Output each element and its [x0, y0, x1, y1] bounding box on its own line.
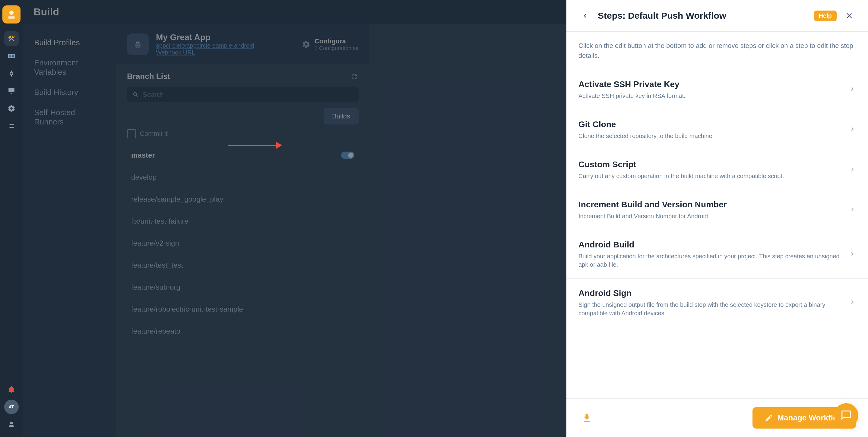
step-item-android-sign[interactable]: Android Sign Sign the unsigned output fi… [566, 279, 868, 327]
step-name: Android Build [579, 240, 843, 249]
step-chevron [849, 206, 856, 214]
step-chevron [849, 250, 856, 259]
close-icon [845, 11, 854, 20]
step-desc: Increment Build and Version Number for A… [579, 212, 843, 220]
sidebar-logo[interactable] [2, 5, 21, 24]
step-item-version-number[interactable]: Increment Build and Version Number Incre… [566, 190, 868, 230]
sidebar-item-integrations[interactable] [4, 119, 19, 133]
steps-footer: Manage Workflow [566, 398, 868, 437]
chevron-right-icon [849, 299, 856, 306]
step-name: Android Sign [579, 289, 843, 298]
step-name: Increment Build and Version Number [579, 200, 843, 209]
chevron-right-icon [849, 166, 856, 173]
main-content: Build Build Profiles Environment Variabl… [23, 0, 566, 437]
step-desc: Sign the unsigned output file from the b… [579, 300, 843, 317]
chevron-right-icon [849, 86, 856, 93]
bell-icon [7, 385, 16, 393]
chevron-right-icon [849, 206, 856, 213]
manage-workflow-label: Manage Workflow [777, 413, 844, 423]
step-chevron [849, 126, 856, 134]
arrow-line [228, 145, 276, 146]
step-desc: Clone the selected repository to the bui… [579, 132, 843, 140]
chat-fab-button[interactable] [834, 403, 858, 427]
user-avatar[interactable]: AT [4, 400, 19, 414]
step-chevron [849, 299, 856, 307]
step-info: Android Sign Sign the unsigned output fi… [579, 289, 843, 317]
step-desc: Build your application for the architect… [579, 252, 843, 269]
export-button[interactable] [579, 410, 595, 427]
steps-back-button[interactable] [579, 9, 592, 22]
chat-icon [841, 410, 852, 421]
steps-description: Click on the edit button at the bottom t… [566, 32, 868, 70]
edit-icon [765, 414, 773, 422]
account-icon [7, 421, 16, 428]
step-name: Custom Script [579, 160, 843, 169]
svg-point-1 [8, 16, 15, 19]
steps-panel: Steps: Default Push Workflow Help Click … [566, 0, 868, 437]
step-desc: Activate SSH private key in RSA format. [579, 92, 843, 100]
monitor-icon [7, 87, 16, 95]
step-info: Custom Script Carry out any custom opera… [579, 160, 843, 180]
step-name: Activate SSH Private Key [579, 79, 843, 89]
sidebar: AT [0, 0, 23, 437]
step-item-android-build[interactable]: Android Build Build your application for… [566, 230, 868, 279]
svg-point-0 [9, 10, 13, 15]
chevron-right-icon [849, 126, 856, 133]
steps-list: Activate SSH Private Key Activate SSH pr… [566, 70, 868, 398]
sidebar-item-build[interactable] [4, 31, 19, 46]
step-chevron [849, 166, 856, 174]
arrow-annotation [228, 142, 282, 149]
main-overlay [23, 0, 566, 437]
step-chevron [849, 86, 856, 94]
deploy-icon [7, 70, 16, 77]
chevron-left-icon [581, 11, 589, 20]
export-icon [582, 412, 592, 424]
step-info: Increment Build and Version Number Incre… [579, 200, 843, 220]
test-icon [7, 52, 16, 60]
sidebar-bottom: AT [4, 382, 19, 432]
arrow-head [276, 142, 282, 149]
steps-header: Steps: Default Push Workflow Help [566, 0, 868, 32]
step-info: Git Clone Clone the selected repository … [579, 120, 843, 140]
steps-help-badge[interactable]: Help [814, 10, 837, 21]
settings-icon [7, 105, 16, 112]
integrations-icon [7, 122, 16, 130]
sidebar-item-monitor[interactable] [4, 84, 19, 98]
step-info: Activate SSH Private Key Activate SSH pr… [579, 79, 843, 100]
step-name: Git Clone [579, 120, 843, 129]
step-item-ssh[interactable]: Activate SSH Private Key Activate SSH pr… [566, 70, 868, 110]
sidebar-item-deploy[interactable] [4, 66, 19, 81]
sidebar-item-account[interactable] [4, 417, 19, 432]
sidebar-item-settings[interactable] [4, 101, 19, 116]
steps-title: Steps: Default Push Workflow [598, 10, 808, 21]
sidebar-item-notifications[interactable] [4, 382, 19, 397]
sidebar-item-test[interactable] [4, 49, 19, 63]
step-desc: Carry out any custom operation in the bu… [579, 172, 843, 180]
chevron-right-icon [849, 250, 856, 257]
step-item-git-clone[interactable]: Git Clone Clone the selected repository … [566, 110, 868, 150]
steps-close-button[interactable] [843, 9, 856, 22]
build-icon [7, 35, 16, 42]
step-item-custom-script[interactable]: Custom Script Carry out any custom opera… [566, 150, 868, 190]
step-info: Android Build Build your application for… [579, 240, 843, 269]
logo-icon [6, 9, 17, 20]
